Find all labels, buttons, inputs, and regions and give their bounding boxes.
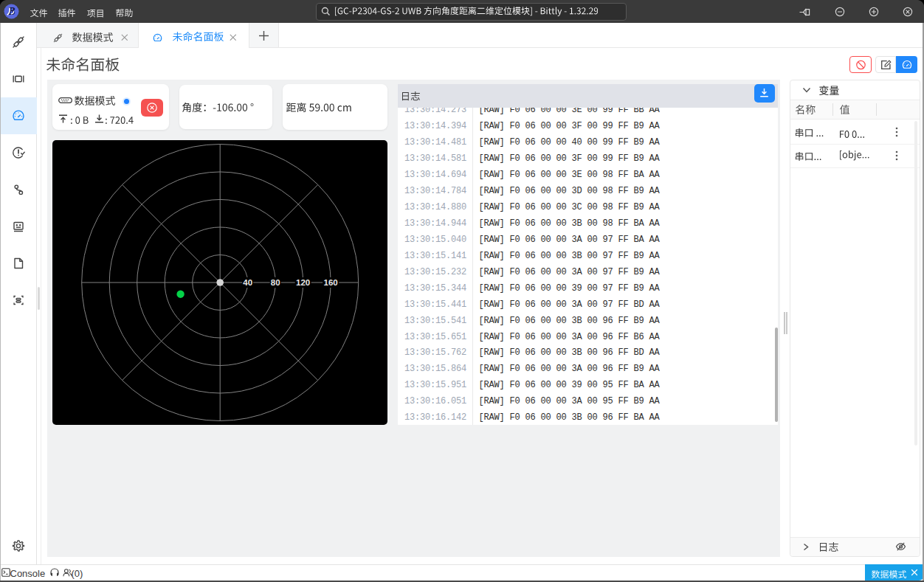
svg-text:40: 40 (243, 277, 252, 286)
svg-text:120: 120 (296, 277, 310, 286)
svg-text:160: 160 (323, 277, 337, 286)
svg-text:B: B (7, 5, 15, 17)
svg-text:80: 80 (271, 277, 280, 286)
